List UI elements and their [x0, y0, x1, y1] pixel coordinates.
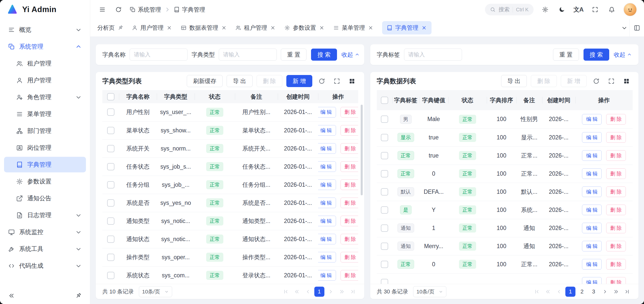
refresh-cache-button[interactable]: 刷新缓存 — [187, 75, 223, 87]
search-button[interactable]: 搜 索 — [584, 49, 609, 61]
select-all-checkbox[interactable] — [107, 93, 114, 100]
delete-button[interactable]: 删 除 — [606, 205, 626, 215]
page-size-select[interactable]: 10条/页 — [139, 286, 172, 297]
delete-button[interactable]: 删 除 — [606, 150, 626, 161]
delete-button[interactable]: 删 除 — [341, 107, 358, 118]
edit-button[interactable]: 编 辑 — [318, 125, 336, 136]
refresh-icon[interactable] — [316, 75, 327, 87]
hamburger-menu-icon[interactable] — [97, 5, 107, 15]
tab-datatable-management[interactable]: 数据表管理 — [181, 24, 227, 32]
prev-page-button[interactable] — [554, 287, 564, 296]
pin-sidebar-button[interactable] — [73, 291, 83, 301]
delete-button[interactable]: 删 除 — [606, 223, 626, 233]
edit-button[interactable]: 编 辑 — [582, 114, 602, 125]
sidebar-item-user-management[interactable]: 用户管理 — [4, 72, 86, 88]
row-checkbox[interactable] — [107, 145, 114, 152]
layout-icon[interactable] — [629, 19, 644, 36]
edit-button[interactable]: 编 辑 — [582, 223, 602, 233]
user-avatar[interactable] — [623, 3, 637, 16]
table-row[interactable]: 系统状态 sys_com... 正常 登录状态... 2026-01-... 编… — [102, 266, 358, 284]
breadcrumb-item[interactable]: 系统管理 — [130, 6, 161, 14]
table-row[interactable]: 是 Y 正常 100 系统... 2026-... 编 辑 删 除 — [377, 201, 633, 219]
edit-button[interactable]: 编 辑 — [318, 270, 336, 281]
close-icon[interactable] — [166, 25, 172, 31]
edit-button[interactable]: 编 辑 — [318, 216, 336, 226]
sidebar-item-system-monitor[interactable]: 系统监控 — [4, 224, 86, 240]
fullscreen-icon[interactable] — [590, 5, 600, 15]
table-row[interactable]: 任务分组 sys_job_... 正常 任务分组... 2026-01-... … — [102, 176, 358, 194]
sidebar-item-dict-management[interactable]: 字典管理 — [4, 157, 86, 172]
sidebar-item-overview[interactable]: 概览 — [4, 22, 86, 37]
collapse-sidebar-button[interactable] — [7, 291, 17, 301]
fullscreen-icon[interactable] — [331, 75, 343, 87]
translate-icon[interactable]: 文A — [573, 5, 584, 15]
close-icon[interactable] — [221, 25, 227, 31]
table-row[interactable]: 系统开关 sys_norm... 正常 系统开关... 2026-01-... … — [102, 139, 358, 158]
edit-button[interactable]: 编 辑 — [318, 234, 336, 244]
delete-button[interactable]: 删 除 — [341, 198, 358, 208]
pin-icon[interactable] — [116, 24, 124, 32]
delete-button[interactable]: 删 除 — [606, 168, 626, 179]
collapse-filter-button[interactable]: 收起 — [342, 51, 360, 59]
delete-button[interactable]: 删 除 — [341, 216, 358, 226]
first-page-button[interactable] — [532, 287, 542, 296]
table-row[interactable]: 用户性别 sys_user_... 正常 用户性别... 2026-01-...… — [102, 103, 358, 121]
edit-button[interactable]: 编 辑 — [582, 186, 602, 197]
export-button[interactable]: 导 出 — [501, 75, 527, 87]
table-row[interactable]: 系统是否 sys_yes_no 正常 系统是否... 2026-01-... 编… — [102, 194, 358, 212]
dict-name-input[interactable] — [130, 49, 188, 61]
edit-button[interactable]: 编 辑 — [582, 259, 602, 270]
search-button[interactable]: 搜 索 — [311, 49, 337, 61]
page-number-button[interactable]: 1 — [565, 287, 575, 297]
edit-button[interactable]: 编 辑 — [318, 252, 336, 262]
row-checkbox[interactable] — [381, 261, 388, 268]
reset-button[interactable]: 重 置 — [553, 49, 579, 61]
table-row[interactable]: 任务状态 sys_job_s... 正常 任务状态... 2026-01-...… — [102, 158, 358, 176]
delete-button[interactable]: 删 除 — [606, 114, 626, 125]
refresh-icon[interactable] — [591, 75, 602, 87]
add-button[interactable]: 新 增 — [286, 75, 312, 87]
delete-button[interactable]: 删 除 — [341, 234, 358, 244]
row-checkbox[interactable] — [381, 152, 388, 159]
dark-mode-moon-icon[interactable] — [557, 5, 567, 15]
scrollbar[interactable] — [361, 105, 363, 195]
fullscreen-icon[interactable] — [606, 75, 617, 87]
row-checkbox[interactable] — [381, 243, 388, 250]
row-checkbox[interactable] — [381, 279, 388, 284]
reload-page-icon[interactable] — [113, 5, 124, 15]
column-settings-grid-icon[interactable] — [347, 75, 358, 87]
row-checkbox[interactable] — [381, 188, 388, 196]
row-checkbox[interactable] — [107, 181, 114, 188]
tab-menu-management[interactable]: 菜单管理 — [333, 24, 374, 32]
close-icon[interactable] — [319, 25, 325, 31]
edit-button[interactable]: 编 辑 — [318, 179, 336, 190]
edit-button[interactable]: 编 辑 — [582, 277, 602, 284]
edit-button[interactable]: 编 辑 — [582, 168, 602, 179]
row-checkbox[interactable] — [107, 272, 114, 279]
delete-button[interactable]: 删 除 — [606, 277, 626, 284]
row-checkbox[interactable] — [107, 127, 114, 134]
delete-button[interactable]: 删 除 — [531, 75, 557, 87]
row-checkbox[interactable] — [107, 236, 114, 243]
delete-button[interactable]: 删 除 — [606, 259, 626, 270]
table-row[interactable]: 通知状态 sys_notic... 正常 通知状态... 2026-01-...… — [102, 230, 358, 248]
delete-button[interactable]: 删 除 — [341, 252, 358, 262]
table-row[interactable]: 默认 DEFA... 正常 100 默认... 2026-... 编 辑 — [377, 183, 633, 201]
reset-button[interactable]: 重 置 — [281, 49, 306, 61]
tab-param-settings[interactable]: 参数设置 — [284, 24, 325, 32]
sidebar-item-notice[interactable]: 通知公告 — [4, 191, 86, 206]
sidebar-item-system-tools[interactable]: 系统工具 — [4, 241, 86, 257]
tab-options-chevron-icon[interactable] — [619, 23, 629, 33]
edit-button[interactable]: 编 辑 — [318, 107, 336, 118]
export-button[interactable]: 导 出 — [227, 75, 252, 87]
close-icon[interactable] — [421, 25, 427, 31]
page-number-button[interactable]: 1 — [314, 287, 324, 297]
sidebar-item-post-management[interactable]: 岗位管理 — [4, 140, 86, 156]
row-checkbox[interactable] — [107, 254, 114, 261]
table-row[interactable]: 操作类型 sys_oper... 正常 操作类型... 2026-01-... … — [102, 248, 358, 266]
sidebar-item-param-settings[interactable]: 参数设置 — [4, 174, 86, 189]
delete-button[interactable]: 删 除 — [606, 186, 626, 197]
sidebar-item-code-generation[interactable]: 代码生成 — [4, 258, 86, 274]
first-page-button[interactable] — [281, 287, 291, 296]
collapse-filter-button[interactable]: 收起 — [614, 51, 632, 59]
